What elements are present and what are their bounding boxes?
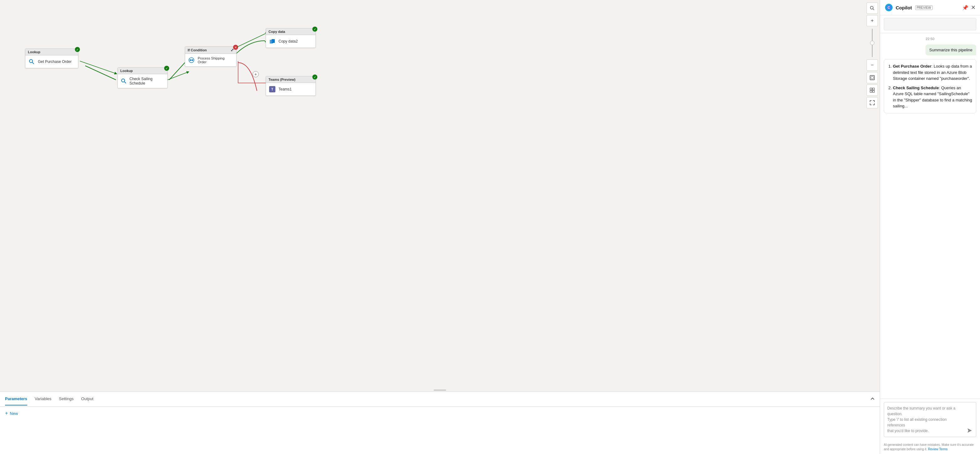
bot-item1-title: Get Purchase Order (893, 64, 931, 68)
node-lookup1[interactable]: Lookup Get Purchase Order ✓ (25, 49, 78, 68)
close-copilot-btn[interactable]: ✕ (971, 5, 975, 11)
pipeline-canvas: Lookup Get Purchase Order ✓ (0, 0, 865, 391)
copilot-input-box[interactable]: Describe the summary you want or ask a q… (884, 402, 976, 437)
tab-settings[interactable]: Settings (59, 393, 74, 405)
node-copydata[interactable]: Copy data → Copy data2 ✓ (266, 28, 316, 48)
svg-rect-19 (871, 76, 873, 79)
node-teams-check: ✓ (312, 75, 317, 79)
svg-text:C: C (888, 6, 890, 10)
node-ifcondition-header: If Condition ⤢ (185, 47, 236, 54)
copilot-footer: AI-generated content can have mistakes. … (880, 440, 980, 454)
node-teams-label: Teams1 (278, 87, 292, 91)
svg-line-17 (873, 9, 874, 10)
lookup1-icon (28, 58, 35, 65)
svg-rect-21 (873, 88, 874, 90)
bottom-content: + New (0, 407, 880, 420)
svg-line-4 (32, 62, 34, 64)
search-toolbar-btn[interactable] (867, 3, 878, 14)
expand-canvas-btn[interactable] (867, 97, 878, 108)
zoom-in-btn[interactable]: + (867, 15, 878, 26)
svg-rect-20 (870, 88, 872, 90)
svg-rect-23 (873, 90, 874, 92)
copydata-icon: → (269, 38, 276, 45)
svg-rect-18 (870, 75, 874, 80)
copilot-panel: C Copilot PREVIEW 📌 ✕ 22:50 Summarize th… (880, 0, 980, 454)
send-btn[interactable] (966, 427, 974, 434)
bottom-panel: Parameters Variables Settings Output + N… (0, 391, 880, 454)
process-label1: Process Shipping (198, 56, 224, 60)
canvas-toolbar: + − (865, 0, 880, 391)
svg-point-16 (870, 6, 873, 9)
top-input-box[interactable] (884, 18, 976, 30)
bot-item2-title: Check Sailing Schedule (893, 86, 939, 90)
node-lookup1-label: Get Purchase Order (38, 59, 72, 64)
copilot-preview-badge: PREVIEW (915, 5, 933, 10)
svg-text:T: T (271, 88, 273, 91)
node-lookup1-header: Lookup (25, 49, 78, 56)
arrow1 (78, 55, 119, 80)
node-teams[interactable]: Teams (Preview) T Teams1 ✓ (266, 76, 316, 96)
tab-output[interactable]: Output (81, 393, 93, 405)
grid-btn[interactable] (867, 84, 878, 96)
copilot-header-actions: 📌 ✕ (962, 5, 975, 11)
msg-user: Summarize this pipeline (926, 44, 976, 56)
svg-rect-22 (870, 90, 872, 92)
zoom-out-btn[interactable]: − (867, 59, 878, 71)
ifcondition-icon (188, 56, 195, 64)
new-button[interactable]: + New (5, 411, 875, 416)
node-lookup2[interactable]: Lookup Check Sailing Schedule ✓ (118, 67, 168, 88)
copilot-messages: 22:50 Summarize this pipeline Get Purcha… (880, 33, 980, 398)
svg-point-3 (29, 59, 33, 63)
lookup2-icon (120, 77, 127, 85)
copilot-top-input (880, 15, 980, 33)
teams-icon: T (269, 86, 276, 93)
tab-parameters[interactable]: Parameters (5, 393, 27, 405)
copilot-input-area: Describe the summary you want or ask a q… (880, 398, 980, 440)
node-ifcondition[interactable]: If Condition ⤢ Process Shipping (185, 46, 237, 67)
copilot-logo-icon: C (885, 3, 893, 12)
svg-line-6 (124, 82, 126, 83)
copilot-input-placeholder: Describe the summary you want or ask a q… (887, 405, 965, 433)
node-lookup1-check: ✓ (75, 47, 80, 52)
pin-icon[interactable]: 📌 (962, 5, 969, 11)
fit-btn[interactable] (867, 72, 878, 83)
node-lookup2-label: Check Sailing Schedule (129, 77, 165, 86)
node-teams-header: Teams (Preview) (266, 76, 315, 83)
svg-point-8 (190, 59, 191, 61)
copilot-header: C Copilot PREVIEW 📌 ✕ (880, 0, 980, 15)
add-node-btn[interactable]: + (253, 71, 259, 77)
plus-icon: + (5, 411, 8, 416)
arrow-true (235, 30, 270, 49)
tab-variables[interactable]: Variables (35, 393, 51, 405)
svg-point-9 (192, 59, 193, 61)
svg-point-5 (122, 79, 125, 82)
node-copydata-label: Copy data2 (278, 39, 298, 43)
copilot-title: Copilot (896, 5, 912, 10)
msg-bot: Get Purchase Order: Looks up data from a… (884, 59, 976, 113)
arrow2 (166, 66, 191, 84)
node-lookup2-header: Lookup (118, 68, 167, 74)
svg-text:→: → (271, 40, 274, 42)
collapse-panel-btn[interactable] (870, 396, 875, 402)
bottom-tabs: Parameters Variables Settings Output (0, 392, 880, 407)
node-copydata-check: ✓ (312, 27, 317, 32)
process-label2: Order (198, 60, 224, 64)
review-terms-link[interactable]: Review Terms (928, 448, 948, 451)
node-copydata-header: Copy data (266, 29, 315, 35)
msg-timestamp: 22:50 (884, 37, 976, 41)
